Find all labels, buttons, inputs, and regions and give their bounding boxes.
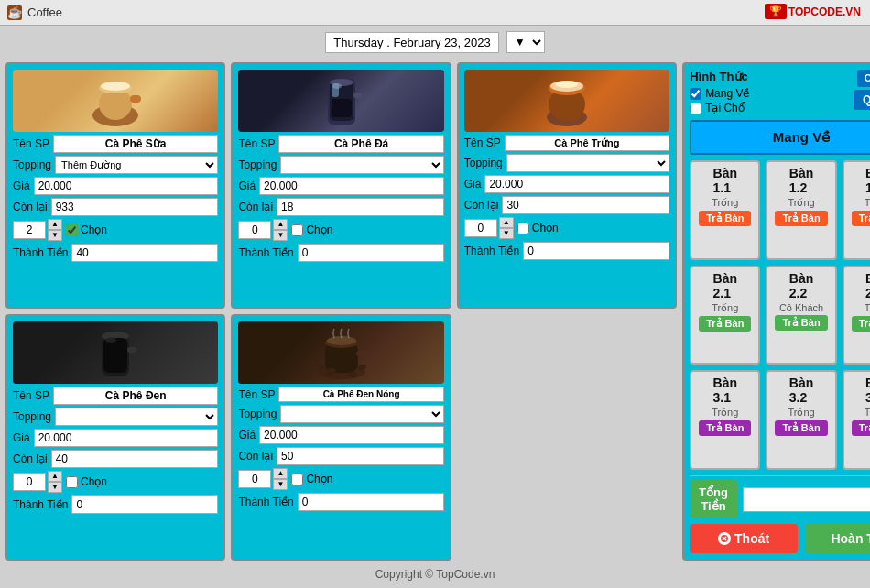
chon-checkbox-3[interactable]: Chọn <box>517 222 559 234</box>
label-mang-ve: Mang Về <box>705 87 749 100</box>
chon-checkbox-5[interactable]: Chọn <box>291 473 332 485</box>
checkbox-tai-cho[interactable] <box>690 103 701 114</box>
input-thanh-tien-5[interactable] <box>298 493 444 511</box>
tra-ban-btn-1-1[interactable]: Trả Bàn <box>699 211 751 226</box>
select-topping-5[interactable] <box>280 405 443 423</box>
mang-ve-button[interactable]: Mang Về <box>690 120 870 155</box>
chon-checkbox-4[interactable]: Chọn <box>66 475 107 488</box>
qty-down-1[interactable]: ▼ <box>48 230 62 241</box>
quantity-box-4: ▲ ▼ <box>13 471 62 493</box>
qty-input-2[interactable] <box>238 221 271 239</box>
qty-input-4[interactable] <box>13 473 46 491</box>
product-card-ca-phe-sua: Tên SP Topping Thêm Đường Giá Còn lại <box>5 62 225 309</box>
select-topping-3[interactable] <box>506 154 669 172</box>
thoat-button[interactable]: Thoát <box>690 524 798 553</box>
chon-check-5[interactable] <box>291 474 303 485</box>
table-1-2[interactable]: Bàn1.2 Trống Trả Bàn <box>766 160 836 260</box>
svg-point-16 <box>556 81 578 88</box>
qty-up-4[interactable]: ▲ <box>48 471 62 482</box>
input-gia-1[interactable] <box>34 177 219 195</box>
quantity-box-5: ▲ ▼ <box>238 468 288 490</box>
svg-point-4 <box>101 82 130 91</box>
input-gia-3[interactable] <box>484 175 669 193</box>
qty-input-5[interactable] <box>238 470 271 488</box>
select-topping-2[interactable] <box>280 156 443 174</box>
input-ten-sp-2[interactable] <box>278 135 443 153</box>
checkbox-mang-ve[interactable] <box>690 88 701 100</box>
input-con-lai-5[interactable] <box>277 447 444 465</box>
qty-up-5[interactable]: ▲ <box>273 468 288 479</box>
tra-ban-btn-3-2[interactable]: Trả Bàn <box>775 420 827 436</box>
qty-up-1[interactable]: ▲ <box>48 219 62 230</box>
input-gia-2[interactable] <box>259 177 444 195</box>
qty-input-3[interactable] <box>464 219 497 237</box>
tables-grid: Bàn1.1 Trống Trả Bàn Bàn1.2 Trống Trả Bà… <box>690 160 870 470</box>
table-1-3[interactable]: Bàn1.3 Trống Trả Bàn <box>843 160 870 260</box>
date-display: Thursday . February 23, 2023 <box>325 32 498 53</box>
table-3-2[interactable]: Bàn3.2 Trống Trả Bàn <box>766 370 836 470</box>
hoan-tat-button[interactable]: Hoàn Tất <box>805 524 870 553</box>
label-thanh-tien-1: Thành Tiền <box>13 246 68 259</box>
qty-down-2[interactable]: ▼ <box>273 230 288 241</box>
option-tai-cho[interactable]: Tại Chổ <box>690 102 848 114</box>
input-thanh-tien-3[interactable] <box>523 242 669 260</box>
date-dropdown[interactable]: ▼ <box>506 31 545 53</box>
input-ten-sp-4[interactable] <box>53 387 218 405</box>
svg-rect-10 <box>353 93 363 98</box>
qty-down-5[interactable]: ▼ <box>273 479 288 490</box>
input-con-lai-4[interactable] <box>51 450 219 468</box>
tra-ban-btn-2-3[interactable]: Trả Bàn <box>852 316 870 332</box>
table-3-3-status: Trống <box>865 407 870 419</box>
label-thanh-tien-2: Thành Tiền <box>238 246 293 259</box>
footer-text: Copyright © TopCode.vn <box>375 568 495 581</box>
product-image-ca-phe-sua <box>13 70 218 132</box>
input-ten-sp-1[interactable] <box>53 135 218 153</box>
input-ten-sp-5[interactable] <box>278 387 443 402</box>
tong-tien-value[interactable] <box>743 487 870 512</box>
input-gia-5[interactable] <box>259 426 444 444</box>
input-ten-sp-3[interactable] <box>505 135 669 151</box>
chon-check-3[interactable] <box>517 223 529 234</box>
table-2-3[interactable]: Bàn2.3 Trống Trả Bàn <box>843 266 870 365</box>
qty-down-4[interactable]: ▼ <box>48 482 62 493</box>
table-3-3[interactable]: Bàn3.3 Trống Trả Bàn <box>843 370 870 470</box>
table-3-1[interactable]: Bàn3.1 Trống Trả Bàn <box>690 370 760 470</box>
chon-checkbox-2[interactable]: Chọn <box>291 223 332 236</box>
input-thanh-tien-1[interactable] <box>71 244 218 262</box>
select-topping-4[interactable] <box>55 408 218 426</box>
input-thanh-tien-4[interactable] <box>71 495 218 514</box>
tra-ban-btn-2-2[interactable]: Trả Bàn <box>775 315 827 331</box>
label-con-lai-2: Còn lại <box>238 201 273 213</box>
quan-li-button[interactable]: Quản Lí <box>854 90 870 110</box>
tra-ban-btn-3-3[interactable]: Trả Bàn <box>852 420 870 436</box>
qty-up-3[interactable]: ▲ <box>499 217 514 228</box>
chon-checkbox-1[interactable]: Chọn <box>66 223 107 236</box>
input-gia-4[interactable] <box>34 429 219 447</box>
qty-up-2[interactable]: ▲ <box>273 219 288 230</box>
tra-ban-btn-3-1[interactable]: Trả Bàn <box>699 420 751 436</box>
qty-input-1[interactable] <box>13 221 46 239</box>
option-mang-ve[interactable]: Mang Về <box>690 87 848 100</box>
tra-ban-btn-2-1[interactable]: Trả Bàn <box>699 316 751 332</box>
input-con-lai-1[interactable] <box>51 198 219 216</box>
select-topping-1[interactable]: Thêm Đường <box>55 156 218 174</box>
qty-down-3[interactable]: ▼ <box>499 228 514 239</box>
tra-ban-btn-1-2[interactable]: Trả Bàn <box>775 211 827 226</box>
tra-ban-btn-1-3[interactable]: Trả Bàn <box>852 211 870 226</box>
label-thanh-tien-4: Thành Tiền <box>13 498 68 511</box>
topcode-icon: 🏆 <box>765 4 787 19</box>
table-2-1[interactable]: Bàn2.1 Trống Trả Bàn <box>690 266 760 365</box>
input-thanh-tien-2[interactable] <box>298 244 444 262</box>
thoat-label: Thoát <box>734 531 769 546</box>
table-1-1[interactable]: Bàn1.1 Trống Trả Bàn <box>690 160 760 260</box>
chon-label-5: Chọn <box>306 473 332 485</box>
input-con-lai-2[interactable] <box>277 198 444 216</box>
svg-point-20 <box>105 337 116 343</box>
chon-check-2[interactable] <box>291 224 303 236</box>
table-2-2[interactable]: Bàn2.2 Cô Khách Trả Bàn <box>766 266 836 365</box>
app-title: Coffee <box>27 5 62 19</box>
chon-check-1[interactable] <box>66 224 78 236</box>
chon-check-4[interactable] <box>66 476 78 488</box>
label-topping-5: Topping <box>238 408 277 420</box>
input-con-lai-3[interactable] <box>502 196 669 214</box>
